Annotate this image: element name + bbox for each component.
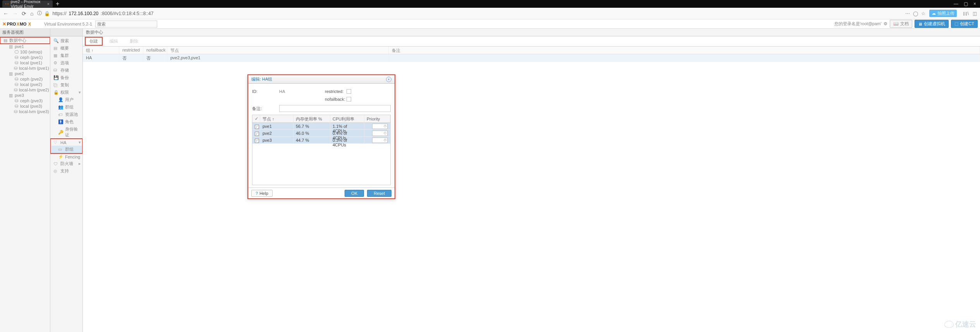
- edit-button[interactable]: 编辑: [105, 37, 122, 45]
- row-checkbox[interactable]: ✓: [255, 132, 259, 136]
- col-nodes[interactable]: 节点: [167, 46, 389, 54]
- tree-storage-lvm1[interactable]: ⛁local-lvm (pve1): [0, 65, 50, 71]
- col-mem[interactable]: 内存使用率 %: [293, 115, 330, 122]
- tree-storage-local3[interactable]: ⛁local (pve3): [0, 103, 50, 109]
- upload-extension-badge[interactable]: ☁ 拍照上传: [929, 10, 957, 17]
- node-row[interactable]: ✓ pve2 46.0 % 0.4% of 4CPUs: [252, 130, 390, 137]
- gear-icon[interactable]: ⚙: [884, 21, 887, 26]
- create-ct-button[interactable]: ⬚创建CT: [951, 20, 978, 28]
- tree-storage-ceph3[interactable]: ⛁ceph (pve3): [0, 98, 50, 103]
- row-checkbox[interactable]: ✓: [255, 125, 259, 129]
- col-restricted[interactable]: restricted: [119, 46, 143, 54]
- tree-storage-local2[interactable]: ⛁local (pve2): [0, 82, 50, 87]
- menu-pools[interactable]: 🏷资源池: [50, 111, 82, 118]
- tree-storage-ceph2[interactable]: ⛁ceph (pve2): [0, 76, 50, 82]
- col-group[interactable]: 组 ↑: [83, 46, 119, 54]
- tree-storage-ceph1[interactable]: ⛁ceph (pve1): [0, 55, 50, 60]
- url-scheme: https://: [52, 11, 66, 16]
- tree-node-pve2[interactable]: ▥pve2: [0, 71, 50, 76]
- header-search-input[interactable]: [95, 21, 157, 28]
- svg-text:X: X: [28, 22, 31, 26]
- node-row[interactable]: ✓ pve3 44.7 % 0.3% of 4CPUs: [252, 137, 390, 144]
- shield-icon[interactable]: ◯: [913, 11, 918, 16]
- nofailback-label: nofailback:: [325, 97, 347, 101]
- menu-fencing[interactable]: ⚡Fencing: [50, 153, 82, 160]
- home-button[interactable]: ⌂: [30, 10, 33, 17]
- node-row[interactable]: ✓ pve1 56.7 % 1.1% of 4CPUs: [252, 123, 390, 130]
- col-cpu[interactable]: CPU利用率: [330, 115, 364, 122]
- menu-users[interactable]: 👤用户: [50, 96, 82, 103]
- tree-storage-lvm2[interactable]: ⛁local-lvm (pve2): [0, 87, 50, 93]
- close-window-icon[interactable]: ×: [973, 1, 976, 7]
- menu-groups[interactable]: 👥群组: [50, 103, 82, 111]
- toolbar: 创建 编辑 删除: [83, 36, 980, 46]
- nofailback-checkbox[interactable]: [347, 97, 351, 101]
- docs-button[interactable]: 📖文档: [890, 20, 912, 28]
- help-button[interactable]: ?Help: [251, 190, 273, 197]
- maximize-icon[interactable]: ▢: [964, 1, 968, 7]
- back-button[interactable]: ←: [3, 10, 9, 17]
- col-checkbox[interactable]: ✓: [252, 115, 260, 122]
- comment-input[interactable]: [279, 105, 391, 112]
- tab-close-icon[interactable]: ×: [47, 2, 50, 6]
- ok-button[interactable]: OK: [345, 190, 364, 197]
- tree-header[interactable]: 服务器视图: [0, 29, 50, 36]
- new-tab-button[interactable]: +: [56, 0, 59, 7]
- url-bar[interactable]: ⓘ 🔒 https://172.16.100.20:8006/#v1:0:18:…: [37, 10, 901, 17]
- reload-button[interactable]: ⟳: [22, 10, 26, 17]
- tree-vm-100[interactable]: 🖵100 (winxp): [0, 49, 50, 55]
- row-checkbox[interactable]: ✓: [255, 139, 259, 143]
- star-icon[interactable]: ☆: [921, 11, 925, 16]
- menu-search[interactable]: 🔍搜索: [50, 37, 82, 45]
- menu-summary[interactable]: ▤概要: [50, 45, 82, 52]
- id-label: ID:: [252, 89, 279, 94]
- forward-button[interactable]: →: [12, 10, 18, 17]
- col-node[interactable]: 节点 ↑: [260, 115, 293, 122]
- checkbox-all[interactable]: ✓: [255, 116, 258, 121]
- table-row[interactable]: HA 否 否 pve2,pve3,pve1: [83, 54, 980, 62]
- server-tree-panel: 服务器视图 ▤数据中心 ▥pve1 🖵100 (winxp) ⛁ceph (pv…: [0, 29, 50, 332]
- sidebar-icon[interactable]: ◫: [973, 11, 977, 16]
- restricted-checkbox[interactable]: [347, 89, 351, 94]
- menu-cluster[interactable]: ▦集群: [50, 52, 82, 59]
- col-priority[interactable]: Priority: [364, 115, 390, 122]
- dialog-title-bar[interactable]: 编辑: HA组 ×: [248, 75, 395, 84]
- tree-storage-local1[interactable]: ⛁local (pve1): [0, 60, 50, 65]
- tree-node-pve3[interactable]: ▥pve3: [0, 93, 50, 98]
- menu-storage[interactable]: ⛁存储: [50, 67, 82, 74]
- proxmox-logo[interactable]: ✕PROXMOX: [2, 21, 41, 28]
- delete-button[interactable]: 删除: [125, 37, 142, 45]
- tree-storage-lvm3[interactable]: ⛁local-lvm (pve3): [0, 109, 50, 114]
- tree-datacenter[interactable]: ▤数据中心: [0, 37, 50, 44]
- chevron-down-icon: ▾: [79, 140, 81, 145]
- dialog-close-icon[interactable]: ×: [386, 77, 391, 82]
- library-icon[interactable]: ⫿⫿\: [963, 11, 969, 16]
- create-vm-button[interactable]: 🖥创建虚拟机: [915, 20, 949, 28]
- menu-firewall[interactable]: 🛡防火墙▸: [50, 160, 82, 167]
- menu-support[interactable]: ◎支持: [50, 167, 82, 175]
- menu-ha-groups[interactable]: ▭群组: [50, 146, 82, 153]
- menu-replication[interactable]: ⿻复制: [50, 81, 82, 89]
- create-button[interactable]: 创建: [85, 37, 102, 45]
- priority-spinner[interactable]: [372, 124, 388, 129]
- priority-spinner[interactable]: [372, 138, 388, 143]
- menu-backup[interactable]: 💾备份: [50, 74, 82, 81]
- minimize-icon[interactable]: —: [954, 1, 958, 7]
- info-icon[interactable]: ⓘ: [37, 10, 42, 17]
- reset-button[interactable]: Reset: [367, 190, 391, 197]
- col-comment[interactable]: 备注: [389, 46, 980, 54]
- menu-permissions[interactable]: 🔒权限▾: [50, 89, 82, 96]
- cube-icon: ⬚: [954, 21, 958, 26]
- priority-spinner[interactable]: [372, 131, 388, 136]
- monitor-icon: 🖵: [14, 50, 19, 54]
- browser-tab[interactable]: pve2 - Proxmox Virtual Envir ×: [2, 0, 53, 7]
- save-icon: 💾: [53, 75, 58, 80]
- menu-options[interactable]: ⚙选项: [50, 59, 82, 67]
- tree-node-pve1[interactable]: ▥pve1: [0, 44, 50, 49]
- menu-ha[interactable]: ♡HA▾: [50, 139, 82, 146]
- more-icon[interactable]: ⋯: [905, 11, 910, 16]
- menu-auth[interactable]: 🔑身份验证: [50, 126, 82, 139]
- menu-roles[interactable]: 🚹角色: [50, 118, 82, 126]
- col-nofailback[interactable]: nofailback: [143, 46, 167, 54]
- edit-ha-group-dialog: 编辑: HA组 × ID:HA restricted: nofailback: …: [247, 74, 395, 199]
